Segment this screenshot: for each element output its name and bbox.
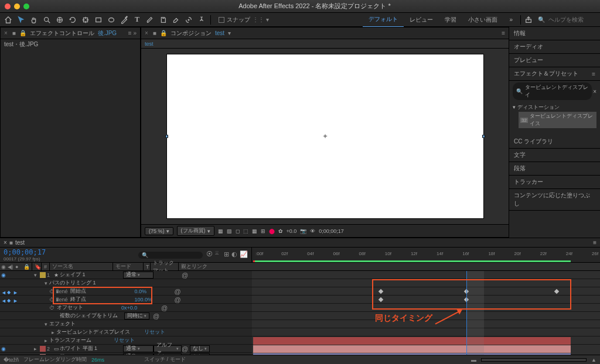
parent-dropdown[interactable]: なし▾ <box>190 345 210 352</box>
switch-mode-toggle[interactable]: スイッチ / モード <box>144 356 186 363</box>
workspace-tab-review[interactable]: レビュー <box>404 13 439 27</box>
snapshot-icon[interactable]: 📷 <box>300 228 306 234</box>
zoom-dropdown[interactable]: (75 %)▾ <box>145 227 173 235</box>
property-row-start[interactable]: ⏱ �ené 開始点 0.0% @ <box>0 287 252 296</box>
grid-icon[interactable]: ▦ <box>252 228 257 234</box>
prev-keyframe-icon[interactable]: ◄ <box>1 290 6 296</box>
minimize-window-icon[interactable] <box>14 4 20 9</box>
panel-menu-icon[interactable]: ≡ » <box>128 30 137 36</box>
pickwhip-icon[interactable]: @ <box>153 313 159 320</box>
orbit-tool-icon[interactable] <box>54 14 66 26</box>
zoom-slider[interactable] <box>481 358 587 362</box>
hand-tool-icon[interactable] <box>28 14 40 26</box>
share-icon[interactable] <box>523 14 534 26</box>
next-keyframe-icon[interactable]: ► <box>13 298 18 304</box>
visibility-icon[interactable]: ◉ <box>0 354 7 355</box>
snap-options-icon[interactable]: ⋮⋮ ▾ <box>253 16 269 23</box>
property-value[interactable]: 100.0% <box>135 297 175 303</box>
snap-checkbox-icon[interactable] <box>219 17 224 23</box>
pickwhip-icon[interactable]: @ <box>182 345 188 352</box>
character-panel-header[interactable]: 文字 <box>509 149 600 162</box>
comp-close-icon[interactable]: × <box>145 30 148 36</box>
timeline-comp-tab[interactable]: test <box>15 239 25 246</box>
paragraph-panel-header[interactable]: 段落 <box>509 162 600 176</box>
help-search[interactable]: 🔍 <box>538 16 594 23</box>
track-matte-dropdown[interactable]: アルファ▾ <box>154 345 182 352</box>
snap-toggle[interactable]: スナップ ⋮⋮ ▾ <box>219 16 269 24</box>
blend-mode-dropdown[interactable]: 通常▾ <box>123 345 154 352</box>
playhead[interactable] <box>466 271 467 355</box>
preview-panel-header[interactable]: プレビュー <box>509 54 600 67</box>
stopwatch-icon[interactable]: ⏱ �ené <box>49 297 68 303</box>
layer-row[interactable]: ◉▸2▭ホワイト 平面 1通常▾アルファ▾@なし▾ <box>0 345 252 353</box>
type-tool-icon[interactable]: T <box>131 14 143 26</box>
layer-bar[interactable] <box>253 353 571 355</box>
cc-libraries-header[interactable]: CC ライブラリ <box>509 135 600 149</box>
clone-tool-icon[interactable] <box>157 14 169 26</box>
effects-presets-header[interactable]: エフェクト＆プリセット≡ <box>509 67 600 81</box>
anchor-tool-icon[interactable] <box>80 14 91 26</box>
lock-icon[interactable]: 🔒 <box>160 30 167 36</box>
layer-bar[interactable] <box>253 337 571 345</box>
layer-color-swatch[interactable] <box>40 346 46 352</box>
property-row-offset[interactable]: ⏱ オフセット 0x+0.0 @ <box>0 304 252 312</box>
roto-tool-icon[interactable] <box>183 14 195 26</box>
home-icon[interactable] <box>2 14 14 26</box>
draft3d-icon[interactable]: ㆔ <box>215 250 221 259</box>
zoom-window-icon[interactable] <box>23 4 29 9</box>
pickwhip-icon[interactable]: @ <box>182 353 188 355</box>
property-group[interactable]: ▾ パスのトリミング 1 <box>0 279 252 287</box>
workspace-overflow-icon[interactable]: » <box>503 13 519 27</box>
graph-editor-icon[interactable]: 📈 <box>240 250 248 259</box>
stopwatch-icon[interactable]: ⏱ �ené <box>49 289 68 294</box>
frame-blend-icon[interactable]: ⊞ <box>224 250 229 259</box>
pickwhip-icon[interactable]: @ <box>161 304 168 311</box>
ellipse-tool-icon[interactable] <box>105 14 117 26</box>
property-row-turbulent[interactable]: ▸ タービュレントディスプレイス リセット <box>0 328 252 336</box>
property-group-transform[interactable]: ▸ トランスフォーム リセット <box>0 336 252 345</box>
twirl-icon[interactable]: ▸ <box>32 354 39 355</box>
panel-menu-icon[interactable]: ≡ <box>593 239 596 246</box>
layer-row[interactable]: ◉ ▾ 1 ★ シェイプ 1 通常▾ @ <box>0 271 252 279</box>
work-area[interactable] <box>466 271 484 355</box>
toggle-switches-icon[interactable]: �težñ <box>4 357 19 363</box>
effect-controls-layer[interactable]: 後.JPG <box>98 29 117 37</box>
show-snapshot-icon[interactable]: 👁 <box>310 228 315 234</box>
blend-mode-dropdown[interactable]: 通常▾ <box>123 353 154 355</box>
panel-close-icon[interactable]: × <box>4 30 8 36</box>
col-t[interactable]: T <box>143 263 150 270</box>
twirl-icon[interactable]: ▾ <box>32 272 39 278</box>
viewer-timecode[interactable]: 0;00;00;17 <box>319 228 344 234</box>
puppet-tool-icon[interactable] <box>196 14 207 26</box>
twirl-icon[interactable]: ▸ <box>32 346 39 352</box>
effects-tree[interactable]: ▾ ディストーション 32 タービュレントディスプレイス <box>509 102 600 132</box>
next-keyframe-icon[interactable]: ► <box>13 290 18 296</box>
time-ruler[interactable]: :00f02f04f06f08f10f12f14f16f18f20f22f24f… <box>252 248 600 263</box>
layer-name[interactable]: シェイプ 1 <box>60 271 123 279</box>
shy-toggle-icon[interactable]: ⦿ <box>206 250 213 259</box>
timeline-search[interactable]: 🔍 <box>138 252 203 259</box>
motion-blur-icon[interactable]: ◐ <box>231 250 237 259</box>
reset-link[interactable]: リセット <box>114 336 135 344</box>
quality-dropdown[interactable]: (フル画質)▾ <box>177 226 214 236</box>
current-timecode[interactable]: 0;00;00;17 <box>4 248 46 256</box>
layer-bar[interactable] <box>253 345 571 353</box>
property-group-effects[interactable]: ▾ エフェクト <box>0 320 252 328</box>
lock-icon[interactable]: 🔒 <box>19 30 26 36</box>
parent-dropdown[interactable]: なし▾ <box>190 353 210 355</box>
col-source[interactable]: ソース名 <box>49 263 112 270</box>
fast-preview-icon[interactable]: ▦ <box>218 228 223 234</box>
pen-tool-icon[interactable] <box>118 14 130 26</box>
workspace-tab-learn[interactable]: 学習 <box>439 13 462 27</box>
help-search-input[interactable] <box>547 16 594 23</box>
layer-color-swatch[interactable] <box>40 354 46 355</box>
trim-multi-dropdown[interactable]: 同時に▾ <box>124 313 149 320</box>
reset-link[interactable]: リセット <box>144 328 165 336</box>
color-mgmt-icon[interactable]: ✿ <box>278 228 283 234</box>
rotate-tool-icon[interactable] <box>67 14 79 26</box>
visibility-icon[interactable]: ◉ <box>0 346 7 352</box>
track-matte-dropdown[interactable]: なし▾ <box>154 353 182 355</box>
pickwhip-icon[interactable]: @ <box>175 288 181 295</box>
visibility-icon[interactable]: ◉ <box>0 272 7 278</box>
zoom-out-icon[interactable]: ▬ <box>471 357 476 363</box>
